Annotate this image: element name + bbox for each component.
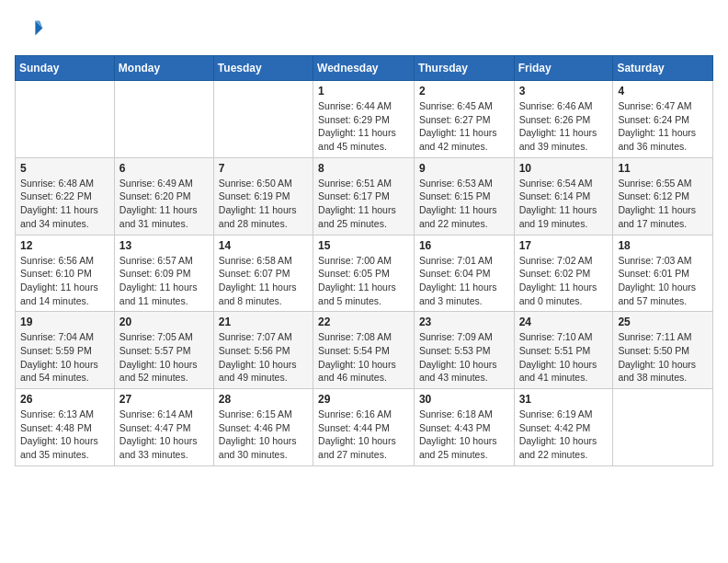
weekday-header-monday: Monday — [114, 56, 213, 81]
day-number: 28 — [219, 393, 308, 406]
calendar-cell: 28Sunrise: 6:15 AM Sunset: 4:46 PM Dayli… — [213, 389, 313, 466]
day-number: 10 — [519, 162, 609, 175]
calendar-cell: 31Sunrise: 6:19 AM Sunset: 4:42 PM Dayli… — [514, 389, 613, 466]
calendar-cell — [213, 81, 313, 158]
day-number: 1 — [318, 85, 409, 98]
day-info: Sunrise: 6:44 AM Sunset: 6:29 PM Dayligh… — [318, 99, 409, 154]
day-info: Sunrise: 7:10 AM Sunset: 5:51 PM Dayligh… — [519, 330, 609, 385]
day-info: Sunrise: 6:13 AM Sunset: 4:48 PM Dayligh… — [20, 408, 109, 462]
day-info: Sunrise: 6:49 AM Sunset: 6:20 PM Dayligh… — [119, 177, 209, 231]
calendar-cell: 9Sunrise: 6:53 AM Sunset: 6:15 PM Daylig… — [414, 157, 514, 235]
day-number: 25 — [618, 316, 708, 328]
day-info: Sunrise: 7:05 AM Sunset: 5:57 PM Dayligh… — [119, 330, 209, 385]
day-info: Sunrise: 6:55 AM Sunset: 6:12 PM Dayligh… — [618, 177, 708, 231]
weekday-header-thursday: Thursday — [414, 56, 514, 81]
calendar-cell: 12Sunrise: 6:56 AM Sunset: 6:10 PM Dayli… — [16, 235, 115, 312]
calendar-cell: 26Sunrise: 6:13 AM Sunset: 4:48 PM Dayli… — [16, 389, 115, 466]
day-info: Sunrise: 6:53 AM Sunset: 6:15 PM Dayligh… — [419, 177, 509, 231]
calendar-cell: 6Sunrise: 6:49 AM Sunset: 6:20 PM Daylig… — [114, 157, 213, 235]
day-number: 3 — [519, 85, 609, 98]
day-number: 12 — [20, 239, 109, 252]
calendar-week-row: 5Sunrise: 6:48 AM Sunset: 6:22 PM Daylig… — [16, 157, 713, 235]
calendar-cell — [114, 81, 213, 158]
page-header — [15, 15, 713, 44]
calendar-cell: 24Sunrise: 7:10 AM Sunset: 5:51 PM Dayli… — [514, 312, 613, 389]
weekday-header-tuesday: Tuesday — [213, 56, 313, 81]
calendar-cell: 11Sunrise: 6:55 AM Sunset: 6:12 PM Dayli… — [613, 157, 713, 235]
calendar-cell: 23Sunrise: 7:09 AM Sunset: 5:53 PM Dayli… — [414, 312, 514, 389]
calendar-week-row: 12Sunrise: 6:56 AM Sunset: 6:10 PM Dayli… — [16, 235, 713, 312]
calendar-cell: 20Sunrise: 7:05 AM Sunset: 5:57 PM Dayli… — [114, 312, 213, 389]
day-number: 29 — [318, 393, 409, 406]
calendar-cell — [16, 81, 115, 158]
day-info: Sunrise: 7:03 AM Sunset: 6:01 PM Dayligh… — [618, 254, 708, 308]
calendar-cell: 17Sunrise: 7:02 AM Sunset: 6:02 PM Dayli… — [514, 235, 613, 312]
day-number: 14 — [219, 239, 308, 252]
day-number: 26 — [20, 393, 109, 406]
calendar-cell: 10Sunrise: 6:54 AM Sunset: 6:14 PM Dayli… — [514, 157, 613, 235]
calendar-cell: 27Sunrise: 6:14 AM Sunset: 4:47 PM Dayli… — [114, 389, 213, 466]
calendar-cell: 29Sunrise: 6:16 AM Sunset: 4:44 PM Dayli… — [313, 389, 415, 466]
weekday-header-saturday: Saturday — [613, 56, 713, 81]
calendar-cell: 21Sunrise: 7:07 AM Sunset: 5:56 PM Dayli… — [213, 312, 313, 389]
day-info: Sunrise: 7:09 AM Sunset: 5:53 PM Dayligh… — [419, 330, 509, 385]
day-info: Sunrise: 7:02 AM Sunset: 6:02 PM Dayligh… — [519, 254, 609, 308]
day-number: 20 — [119, 316, 209, 328]
calendar-cell: 22Sunrise: 7:08 AM Sunset: 5:54 PM Dayli… — [313, 312, 415, 389]
day-info: Sunrise: 6:19 AM Sunset: 4:42 PM Dayligh… — [519, 408, 609, 462]
day-info: Sunrise: 7:11 AM Sunset: 5:50 PM Dayligh… — [618, 330, 708, 385]
calendar-week-row: 1Sunrise: 6:44 AM Sunset: 6:29 PM Daylig… — [16, 81, 713, 158]
day-info: Sunrise: 7:07 AM Sunset: 5:56 PM Dayligh… — [219, 330, 308, 385]
day-number: 30 — [419, 393, 509, 406]
day-number: 13 — [119, 239, 209, 252]
day-number: 24 — [519, 316, 609, 328]
day-number: 23 — [419, 316, 509, 328]
day-number: 9 — [419, 162, 509, 175]
calendar-cell: 13Sunrise: 6:57 AM Sunset: 6:09 PM Dayli… — [114, 235, 213, 312]
calendar-cell: 15Sunrise: 7:00 AM Sunset: 6:05 PM Dayli… — [313, 235, 415, 312]
calendar-cell: 16Sunrise: 7:01 AM Sunset: 6:04 PM Dayli… — [414, 235, 514, 312]
weekday-header-sunday: Sunday — [16, 56, 115, 81]
day-number: 16 — [419, 239, 509, 252]
day-number: 27 — [119, 393, 209, 406]
day-info: Sunrise: 7:00 AM Sunset: 6:05 PM Dayligh… — [318, 254, 409, 308]
day-info: Sunrise: 6:14 AM Sunset: 4:47 PM Dayligh… — [119, 408, 209, 462]
day-number: 5 — [20, 162, 109, 175]
day-number: 21 — [219, 316, 308, 328]
day-number: 6 — [119, 162, 209, 175]
calendar-cell: 3Sunrise: 6:46 AM Sunset: 6:26 PM Daylig… — [514, 81, 613, 158]
day-info: Sunrise: 6:56 AM Sunset: 6:10 PM Dayligh… — [20, 254, 109, 308]
calendar-cell — [613, 389, 713, 466]
day-info: Sunrise: 6:48 AM Sunset: 6:22 PM Dayligh… — [20, 177, 109, 231]
day-info: Sunrise: 6:58 AM Sunset: 6:07 PM Dayligh… — [219, 254, 308, 308]
day-info: Sunrise: 6:45 AM Sunset: 6:27 PM Dayligh… — [419, 99, 509, 154]
calendar-week-row: 19Sunrise: 7:04 AM Sunset: 5:59 PM Dayli… — [16, 312, 713, 389]
day-number: 11 — [618, 162, 708, 175]
day-number: 15 — [318, 239, 409, 252]
day-info: Sunrise: 6:54 AM Sunset: 6:14 PM Dayligh… — [519, 177, 609, 231]
day-number: 7 — [219, 162, 308, 175]
logo — [15, 15, 48, 44]
day-number: 31 — [519, 393, 609, 406]
calendar-cell: 5Sunrise: 6:48 AM Sunset: 6:22 PM Daylig… — [16, 157, 115, 235]
day-number: 19 — [20, 316, 109, 328]
calendar-cell: 8Sunrise: 6:51 AM Sunset: 6:17 PM Daylig… — [313, 157, 415, 235]
day-info: Sunrise: 6:51 AM Sunset: 6:17 PM Dayligh… — [318, 177, 409, 231]
calendar-cell: 30Sunrise: 6:18 AM Sunset: 4:43 PM Dayli… — [414, 389, 514, 466]
calendar-cell: 2Sunrise: 6:45 AM Sunset: 6:27 PM Daylig… — [414, 81, 514, 158]
day-info: Sunrise: 6:47 AM Sunset: 6:24 PM Dayligh… — [618, 99, 708, 154]
day-number: 17 — [519, 239, 609, 252]
logo-icon — [15, 15, 44, 44]
calendar-cell: 4Sunrise: 6:47 AM Sunset: 6:24 PM Daylig… — [613, 81, 713, 158]
day-info: Sunrise: 6:16 AM Sunset: 4:44 PM Dayligh… — [318, 408, 409, 462]
day-number: 2 — [419, 85, 509, 98]
calendar-header-row: SundayMondayTuesdayWednesdayThursdayFrid… — [16, 56, 713, 81]
calendar-cell: 14Sunrise: 6:58 AM Sunset: 6:07 PM Dayli… — [213, 235, 313, 312]
day-number: 22 — [318, 316, 409, 328]
calendar-cell: 18Sunrise: 7:03 AM Sunset: 6:01 PM Dayli… — [613, 235, 713, 312]
day-info: Sunrise: 7:08 AM Sunset: 5:54 PM Dayligh… — [318, 330, 409, 385]
calendar-cell: 7Sunrise: 6:50 AM Sunset: 6:19 PM Daylig… — [213, 157, 313, 235]
calendar-cell: 1Sunrise: 6:44 AM Sunset: 6:29 PM Daylig… — [313, 81, 415, 158]
day-info: Sunrise: 6:57 AM Sunset: 6:09 PM Dayligh… — [119, 254, 209, 308]
weekday-header-friday: Friday — [514, 56, 613, 81]
